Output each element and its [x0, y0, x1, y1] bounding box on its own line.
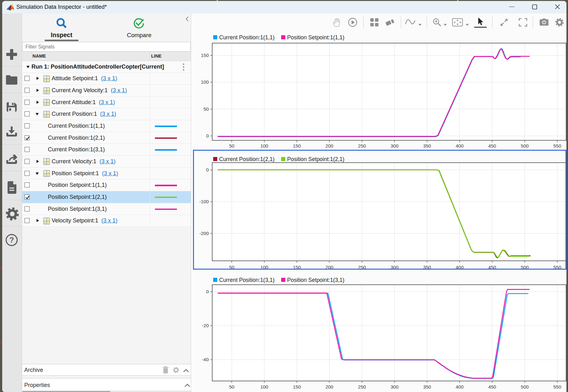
svg-text:350: 350: [423, 384, 431, 389]
svg-text:50: 50: [229, 384, 235, 389]
svg-text:400: 400: [456, 384, 463, 389]
svg-text:250: 250: [358, 384, 366, 389]
svg-text:200: 200: [326, 384, 333, 389]
svg-text:-40: -40: [202, 357, 209, 362]
svg-text:300: 300: [390, 384, 398, 389]
svg-text:550: 550: [553, 384, 561, 389]
svg-text:450: 450: [488, 384, 496, 389]
svg-text:500: 500: [521, 384, 529, 389]
svg-text:0: 0: [206, 289, 209, 294]
svg-text:150: 150: [293, 384, 301, 389]
svg-text:100: 100: [260, 384, 268, 389]
svg-text:-20: -20: [202, 323, 209, 328]
